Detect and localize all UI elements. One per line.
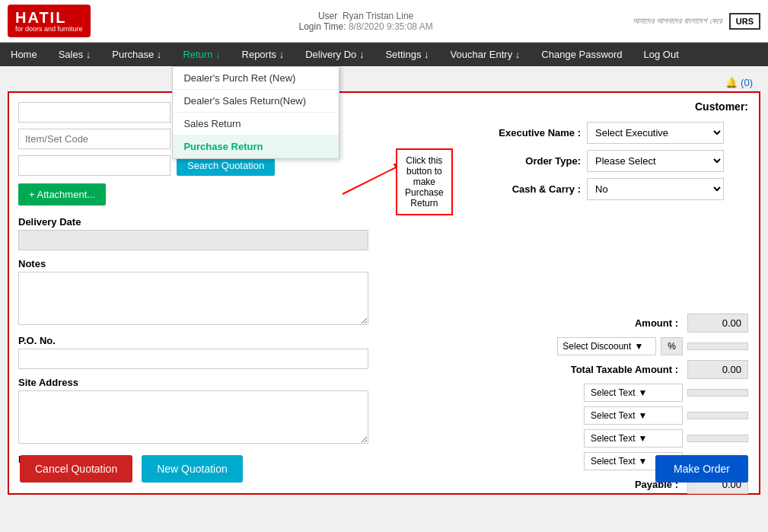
footer-buttons: Cancel Quotation New Quotation <box>20 455 243 483</box>
header-user-info: User Ryan Tristan Line Login Time: 8/8/2… <box>100 11 633 32</box>
order-type-row: Order Type: Please Select <box>489 150 748 172</box>
bell-icon: 🔔 <box>725 77 738 88</box>
total-taxable-row: Total Taxable Amount : 0.00 <box>474 360 748 379</box>
select-text-label-3: Select Text <box>591 433 635 444</box>
order-type-label: Order Type: <box>489 155 581 167</box>
dropdown-item-purchase-return[interactable]: Purchase Return <box>173 135 339 158</box>
select-text-value-3 <box>687 435 748 442</box>
new-quotation-button[interactable]: New Quotation <box>142 455 243 483</box>
item-code-input[interactable] <box>18 129 170 149</box>
nav-item-settings[interactable]: Settings ↓ <box>374 43 439 66</box>
total-taxable-label: Total Taxable Amount : <box>571 364 678 375</box>
select-text-btn-2[interactable]: Select Text ▼ <box>584 406 683 425</box>
delivery-date-row: Delivery Date 8/8/2020 9:35:08 AM <box>18 216 368 250</box>
app-header: HATIL for doors and furniture User Ryan … <box>0 0 768 43</box>
nav-item-return[interactable]: Return ↓ <box>172 43 231 66</box>
urs-badge: URS <box>729 13 760 30</box>
make-order-button[interactable]: Make Order <box>655 455 748 483</box>
notification-row: 🔔 (0) <box>8 74 760 91</box>
bell-count: (0) <box>741 77 753 88</box>
main-card: Customer: Search Search Item PSQ-2020080… <box>8 91 760 495</box>
brand-text: আমাদের আপনাদের বাংলাদেশ কেরে <box>633 16 722 26</box>
nav-item-sales[interactable]: Sales ↓ <box>48 43 102 66</box>
executive-row: Executive Name : Select Executive <box>489 122 748 144</box>
select-text-row-1: Select Text ▼ <box>474 384 748 402</box>
select-text-value-1 <box>687 389 748 397</box>
login-value: 8/8/2020 9:35:08 AM <box>349 21 433 32</box>
site-address-label: Site Address <box>18 377 368 388</box>
discount-chevron-icon: ▼ <box>634 341 643 352</box>
navbar: Home Sales ↓ Purchase ↓ Return ↓ Dealer'… <box>0 43 768 66</box>
nav-item-reports[interactable]: Reports ↓ <box>231 43 295 66</box>
amount-row: Amount : 0.00 <box>474 314 748 333</box>
total-taxable-value: 0.00 <box>687 360 748 379</box>
search-input-1[interactable] <box>18 102 170 123</box>
notes-label: Notes <box>18 258 368 269</box>
nav-item-delivery[interactable]: Delivery Do ↓ <box>295 43 374 66</box>
select-text-value-2 <box>687 412 748 419</box>
svg-line-0 <box>343 164 403 194</box>
cash-carry-row: Cash & Carry : No <box>489 178 748 200</box>
user-value: Ryan Tristan Line <box>343 11 413 21</box>
notes-row: Notes <box>18 258 368 327</box>
select-text-btn-3[interactable]: Select Text ▼ <box>584 429 683 448</box>
po-no-label: P.O. No. <box>18 335 368 346</box>
select-text-label-1: Select Text <box>591 387 635 398</box>
cash-carry-label: Cash & Carry : <box>489 183 581 195</box>
callout-box: Click this button to make Purchase Retur… <box>396 148 453 215</box>
amount-label: Amount : <box>635 317 678 329</box>
select-text-row-2: Select Text ▼ <box>474 406 748 425</box>
nav-item-voucher[interactable]: Vouchar Entry ↓ <box>440 43 531 66</box>
percent-label: % <box>661 337 683 355</box>
logo-box: HATIL for doors and furniture <box>8 5 91 37</box>
discount-row: Select Discoount ▼ % <box>474 337 748 355</box>
notes-textarea[interactable] <box>18 272 368 325</box>
order-type-select[interactable]: Please Select <box>587 150 724 172</box>
delivery-date-label: Delivery Date <box>18 216 368 228</box>
select-text-chevron-4: ▼ <box>638 456 647 467</box>
delivery-date-input[interactable]: 8/8/2020 9:35:08 AM <box>18 230 368 250</box>
search-row-1: Search <box>18 102 750 123</box>
dropdown-item-sales-return[interactable]: Sales Return <box>173 113 339 135</box>
cancel-quotation-button[interactable]: Cancel Quotation <box>20 455 132 483</box>
nav-item-return-container[interactable]: Return ↓ Dealer's Purch Ret (New) Dealer… <box>172 43 231 66</box>
site-address-row: Site Address <box>18 377 368 446</box>
left-form: Delivery Date 8/8/2020 9:35:08 AM Notes … <box>18 216 368 467</box>
nav-item-logout[interactable]: Log Out <box>633 43 690 66</box>
quotation-input[interactable]: PSQ-202008080003 <box>18 155 170 176</box>
dropdown-item-dealer-purch[interactable]: Dealer's Purch Ret (New) <box>173 67 339 90</box>
nav-item-change-password[interactable]: Change Password <box>531 43 633 66</box>
nav-item-purchase[interactable]: Purchase ↓ <box>101 43 172 66</box>
select-text-btn-1[interactable]: Select Text ▼ <box>584 384 683 402</box>
select-text-label-4: Select Text <box>591 456 635 467</box>
discount-label: Select Discoount <box>562 341 631 352</box>
login-label: Login Time: <box>299 21 346 32</box>
select-text-chevron-3: ▼ <box>638 433 647 444</box>
discount-value <box>687 342 748 350</box>
right-panel: Executive Name : Select Executive Order … <box>489 122 748 206</box>
select-text-label-2: Select Text <box>591 410 635 421</box>
nav-item-home[interactable]: Home <box>0 43 48 66</box>
po-no-row: P.O. No. <box>18 335 368 369</box>
select-text-chevron-2: ▼ <box>638 410 647 421</box>
executive-label: Executive Name : <box>489 127 581 139</box>
executive-select[interactable]: Select Executive <box>587 122 724 144</box>
site-address-textarea[interactable] <box>18 390 368 444</box>
logo-name: HATIL <box>15 9 66 26</box>
header-right: আমাদের আপনাদের বাংলাদেশ কেরে URS <box>633 13 760 30</box>
dropdown-item-dealer-sales[interactable]: Dealer's Sales Return(New) <box>173 90 339 113</box>
select-text-row-3: Select Text ▼ <box>474 429 748 448</box>
select-text-chevron-1: ▼ <box>638 387 647 398</box>
customer-label: Customer: <box>695 100 748 113</box>
amount-value: 0.00 <box>687 314 748 333</box>
user-label: User <box>318 11 337 21</box>
logo-tagline: for doors and furniture <box>15 25 83 33</box>
main-content: 🔔 (0) Click this button to make Purchase… <box>0 66 768 502</box>
po-no-input[interactable] <box>18 349 368 369</box>
attachment-button[interactable]: + Attachment... <box>18 183 106 205</box>
cash-carry-select[interactable]: No <box>587 178 724 200</box>
callout-text: Click this button to make Purchase Retur… <box>405 155 444 209</box>
callout-annotation: Click this button to make Purchase Retur… <box>335 156 426 204</box>
return-dropdown: Dealer's Purch Ret (New) Dealer's Sales … <box>172 66 339 159</box>
discount-select[interactable]: Select Discoount ▼ <box>557 337 656 355</box>
